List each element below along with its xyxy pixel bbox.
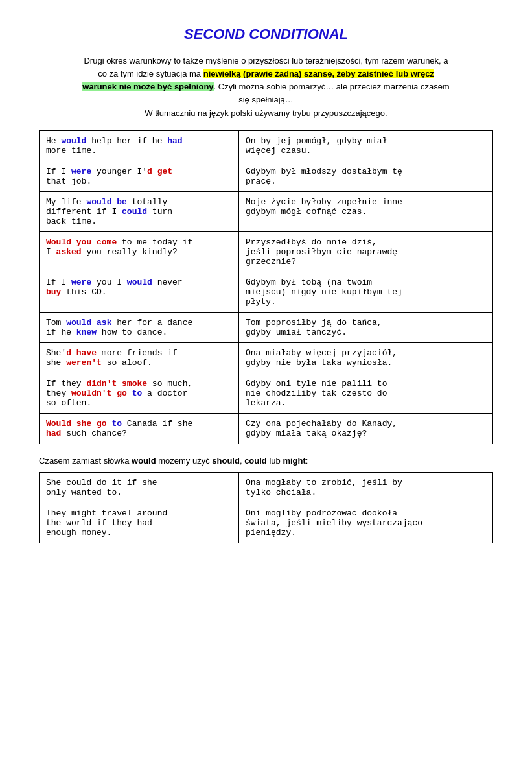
- table-cell-pl: Tom poprosiłby ją do tańca,gdyby umiał t…: [239, 312, 493, 342]
- table-row: Would she go to Canada if shehad such ch…: [40, 413, 493, 444]
- keyword: knew: [76, 327, 97, 337]
- table-row: If I were you I would neverbuy this CD. …: [40, 272, 493, 312]
- table-cell-en: She'd have more friends ifshe weren't so…: [40, 342, 239, 373]
- intro-line5: się spełniają…: [238, 95, 294, 104]
- table-row: Would you come to me today ifI asked you…: [40, 231, 493, 272]
- table-cell-pl: Moje życie byłoby zupełnie innegdybym mó…: [239, 191, 493, 231]
- table-cell-en: Would she go to Canada if shehad such ch…: [40, 413, 239, 444]
- keyword: d get: [147, 167, 172, 176]
- keyword: would: [61, 136, 86, 146]
- table-row: My life would be totallydifferent if I c…: [40, 191, 493, 231]
- intro-line4: . Czyli można sobie pomarzyć… ale przeci…: [214, 82, 450, 91]
- keyword: weren't: [66, 358, 102, 368]
- secondary-examples-table: She could do it if sheonly wanted to. On…: [39, 472, 493, 543]
- keyword: to: [132, 388, 143, 398]
- intro-line1: Drugi okres warunkowy to także myślenie …: [84, 56, 448, 65]
- table-cell-pl: Ona mogłaby to zrobić, jeśli bytylko chc…: [239, 472, 493, 503]
- table-row: He would help her if he hadmore time. On…: [40, 130, 493, 161]
- keyword: would ask: [66, 318, 111, 327]
- keyword: didn't smoke: [86, 379, 147, 388]
- keyword-would: would: [132, 456, 156, 466]
- intro-highlight1: niewielką (prawie żadną) szansę, żeby za…: [203, 69, 434, 78]
- keyword: to: [111, 419, 122, 429]
- table-row: If I were younger I'd getthat job. Gdyby…: [40, 161, 493, 191]
- table-cell-pl: Przyszedłbyś do mnie dziś,jeśli poprosił…: [239, 231, 493, 272]
- table-cell-en: Would you come to me today ifI asked you…: [40, 231, 239, 272]
- intro-highlight2: warunek nie może być spełniony: [82, 82, 213, 91]
- table-cell-en: He would help her if he hadmore time.: [40, 130, 239, 161]
- intro-line6: W tłumaczniu na język polski używamy try…: [145, 108, 387, 118]
- keyword: had: [167, 136, 182, 146]
- table-row: She could do it if sheonly wanted to. On…: [40, 472, 493, 503]
- keyword: were: [71, 167, 91, 176]
- keyword: d have: [66, 348, 97, 358]
- table-cell-en: She could do it if sheonly wanted to.: [40, 472, 239, 503]
- mid-section-text: Czasem zamiast słówka would możemy użyć …: [39, 456, 493, 466]
- table-row: If they didn't smoke so much,they wouldn…: [40, 373, 493, 413]
- table-cell-en: They might travel aroundthe world if the…: [40, 503, 239, 543]
- keyword: asked: [56, 247, 82, 257]
- table-cell-pl: Ona miałaby więcej przyjaciół,gdyby nie …: [239, 342, 493, 373]
- keyword-could: could: [244, 456, 267, 466]
- table-cell-pl: Czy ona pojechałaby do Kanady,gdyby miał…: [239, 413, 493, 444]
- table-row: They might travel aroundthe world if the…: [40, 503, 493, 543]
- main-examples-table: He would help her if he hadmore time. On…: [39, 130, 493, 444]
- keyword: could: [122, 207, 147, 217]
- keyword-might: might: [283, 456, 305, 466]
- table-cell-pl: Gdybym był tobą (na twoimmiejscu) nigdy …: [239, 272, 493, 312]
- table-row: Tom would ask her for a danceif he knew …: [40, 312, 493, 342]
- table-cell-en: Tom would ask her for a danceif he knew …: [40, 312, 239, 342]
- keyword: buy: [46, 287, 61, 297]
- table-cell-pl: Gdyby oni tyle nie palili tonie chodzili…: [239, 373, 493, 413]
- keyword: Would you come: [46, 237, 117, 247]
- table-cell-en: If I were younger I'd getthat job.: [40, 161, 239, 191]
- keyword: would be: [86, 197, 126, 207]
- keyword-should: should: [212, 456, 240, 466]
- keyword: were: [71, 278, 91, 287]
- intro-section: Drugi okres warunkowy to także myślenie …: [39, 54, 493, 120]
- keyword: Would she go: [46, 419, 107, 429]
- keyword: wouldn't go: [71, 388, 127, 398]
- table-cell-en: My life would be totallydifferent if I c…: [40, 191, 239, 231]
- table-cell-pl: Oni mogliby podróżować dookołaświata, je…: [239, 503, 493, 543]
- table-cell-pl: Gdybym był młodszy dostałbym tępracę.: [239, 161, 493, 191]
- table-cell-en: If they didn't smoke so much,they wouldn…: [40, 373, 239, 413]
- table-cell-en: If I were you I would neverbuy this CD.: [40, 272, 239, 312]
- table-cell-pl: On by jej pomógł, gdyby miałwięcej czasu…: [239, 130, 493, 161]
- intro-line2: co za tym idzie sytuacja ma: [98, 69, 203, 78]
- page-title: SECOND CONDITIONAL: [39, 26, 493, 43]
- table-row: She'd have more friends ifshe weren't so…: [40, 342, 493, 373]
- keyword: would: [127, 278, 152, 287]
- keyword: had: [46, 429, 61, 438]
